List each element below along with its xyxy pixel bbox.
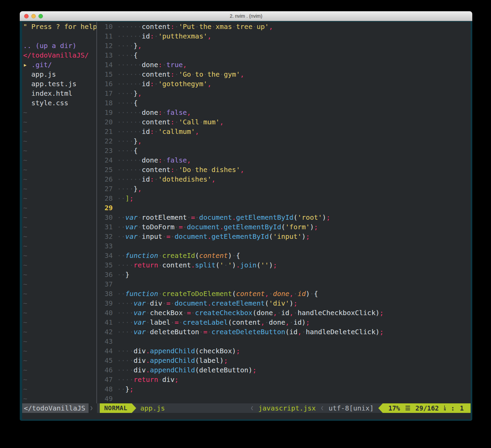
code-line[interactable]: 22····}, xyxy=(97,136,471,146)
code-line[interactable]: 24······done:·false, xyxy=(97,155,471,165)
file-tree-item[interactable]: app.js xyxy=(22,69,96,79)
code-line[interactable]: 49 xyxy=(97,394,471,403)
code-line[interactable]: 37 xyxy=(97,279,471,289)
code-text: ····}, xyxy=(117,184,142,194)
line-number: 25 xyxy=(97,165,117,174)
code-line[interactable]: 36··} xyxy=(97,270,471,279)
code-line[interactable]: 21······id:·'callmum', xyxy=(97,127,471,136)
code-line[interactable]: 31··var·toDoForm·=·document.getElementBy… xyxy=(97,222,471,232)
close-button[interactable] xyxy=(24,14,29,18)
line-number: 49 xyxy=(97,394,117,403)
code-line[interactable]: 42····var·deleteButton·=·createDeleteBut… xyxy=(97,327,471,337)
code-text: ····var·checkBox·=·createCheckbox(done,·… xyxy=(117,308,384,318)
code-line[interactable]: 40····var·checkBox·=·createCheckbox(done… xyxy=(97,308,471,318)
file-tree[interactable]: " Press ? for help.. (up a dir)</todoVan… xyxy=(22,22,96,403)
code-line[interactable]: 15······content:·'Go·to·the·gym', xyxy=(97,69,471,79)
file-tree-line[interactable]: </todoVanillaJS/ xyxy=(22,50,96,60)
line-number: 46 xyxy=(97,365,117,375)
empty-line-tilde: ~ xyxy=(23,385,27,393)
window-titlebar[interactable]: 2. nvim . (nvim) xyxy=(20,11,472,21)
line-number: 26 xyxy=(97,174,117,184)
code-line[interactable]: 25······content:·'Do·the·dishes', xyxy=(97,165,471,174)
code-line[interactable]: 23····{ xyxy=(97,146,471,155)
line-number: 13 xyxy=(97,50,117,60)
line-number-icon: LN xyxy=(444,405,446,411)
line-number: 35 xyxy=(97,260,117,270)
code-text: ····return·div; xyxy=(117,375,179,384)
code-text: ····var·deleteButton·=·createDeleteButto… xyxy=(117,327,384,337)
code-editor[interactable]: 10······content:·'Put·the·xmas·tree·up',… xyxy=(97,22,471,403)
code-text: ··var·rootElement·=·document.getElementB… xyxy=(117,213,330,222)
file-tree-item[interactable]: app.test.js xyxy=(22,79,96,89)
code-line[interactable]: 48··}; xyxy=(97,384,471,394)
line-number: 34 xyxy=(97,251,117,260)
code-line[interactable]: 46····div.appendChild(deleteButton); xyxy=(97,365,471,375)
line-number: 33 xyxy=(97,241,117,251)
line-number: 27 xyxy=(97,184,117,194)
line-number: 23 xyxy=(97,146,117,155)
code-line[interactable]: 35····return·content.split('·').join('')… xyxy=(97,260,471,270)
code-text: ····div.appendChild(checkBox); xyxy=(117,346,240,356)
code-line[interactable]: 26······id:·'dothedishes', xyxy=(97,174,471,184)
code-line[interactable]: 30··var·rootElement·=·document.getElemen… xyxy=(97,213,471,222)
statusline-editor: NORMAL app.js ❮ javascript.jsx ❮ utf-8[u… xyxy=(97,403,471,413)
code-line[interactable]: 38··function·createToDoElement(content,·… xyxy=(97,289,471,298)
line-number: 31 xyxy=(97,222,117,232)
code-line[interactable]: 41····var·label·=·createLabel(content,·d… xyxy=(97,318,471,327)
code-line[interactable]: 28··]; xyxy=(97,194,471,203)
code-text: ······id:·'callmum', xyxy=(117,127,199,136)
command-line[interactable] xyxy=(22,413,471,419)
code-line[interactable]: 16······id:·'gotothegym', xyxy=(97,79,471,89)
code-line[interactable]: 29 xyxy=(97,203,471,213)
code-line[interactable]: 45····div.appendChild(label); xyxy=(97,356,471,365)
code-text: ······content:·'Put·the·xmas·tree·up', xyxy=(117,22,273,31)
empty-line-tilde: ~ xyxy=(23,156,27,164)
code-line[interactable]: 47····return·div; xyxy=(97,375,471,384)
empty-line-tilde: ~ xyxy=(23,118,27,126)
code-line[interactable]: 13····{ xyxy=(97,50,471,60)
empty-line-tilde: ~ xyxy=(23,251,27,260)
line-number: 29 xyxy=(97,203,117,213)
code-text: ······done:·false, xyxy=(117,155,191,165)
code-text: ····}, xyxy=(117,41,142,50)
code-line[interactable]: 12····}, xyxy=(97,41,471,50)
code-line[interactable]: 33 xyxy=(97,241,471,251)
powerline-arrow-icon xyxy=(378,403,383,413)
code-text: ····return·content.split('·').join(''); xyxy=(117,260,277,270)
line-number: 41 xyxy=(97,318,117,327)
statusline-filetree: </todoVanillaJS ❯ xyxy=(22,403,97,413)
empty-line-tilde: ~ xyxy=(23,318,27,326)
code-line[interactable]: 11······id:·'putthexmas', xyxy=(97,31,471,41)
code-text: ··}; xyxy=(117,384,133,394)
code-line[interactable]: 32··var·input·=·document.getElementById(… xyxy=(97,232,471,241)
code-line[interactable]: 18····{ xyxy=(97,98,471,108)
code-text: ······id:·'gotothegym', xyxy=(117,79,211,89)
code-line[interactable]: 20······content:·'Call·mum', xyxy=(97,117,471,127)
empty-line-tilde: ~ xyxy=(23,223,27,231)
line-number: 28 xyxy=(97,194,117,203)
minimize-button[interactable] xyxy=(31,14,36,18)
code-line[interactable]: 17····}, xyxy=(97,89,471,98)
code-line[interactable]: 27····}, xyxy=(97,184,471,194)
file-tree-line[interactable]: .. (up a dir) xyxy=(22,41,96,50)
code-line[interactable]: 44····div.appendChild(checkBox); xyxy=(97,346,471,356)
code-line[interactable]: 19······done:·false, xyxy=(97,108,471,117)
file-tree-item[interactable]: index.html xyxy=(22,89,96,98)
code-line[interactable]: 39····var·div·=·document.createElement('… xyxy=(97,298,471,308)
empty-line-tilde: ~ xyxy=(23,204,27,212)
zoom-button[interactable] xyxy=(38,14,43,18)
scroll-percent: 17% xyxy=(388,403,400,413)
file-tree-directory[interactable]: ▸ .git/ xyxy=(22,60,96,69)
code-line[interactable]: 34··function·createId(content)·{ xyxy=(97,251,471,260)
line-number: 37 xyxy=(97,279,117,289)
expand-arrow-icon[interactable]: ▸ xyxy=(23,61,31,69)
file-tree-item[interactable]: style.css xyxy=(22,98,96,108)
empty-line-tilde: ~ xyxy=(23,375,27,384)
code-line[interactable]: 43 xyxy=(97,337,471,346)
code-line[interactable]: 14······done:·true, xyxy=(97,60,471,69)
line-number: 47 xyxy=(97,375,117,384)
nvim-frame: " Press ? for help.. (up a dir)</todoVan… xyxy=(22,22,471,419)
code-line[interactable]: 10······content:·'Put·the·xmas·tree·up', xyxy=(97,22,471,31)
line-number: 45 xyxy=(97,356,117,365)
empty-line-tilde: ~ xyxy=(23,175,27,183)
